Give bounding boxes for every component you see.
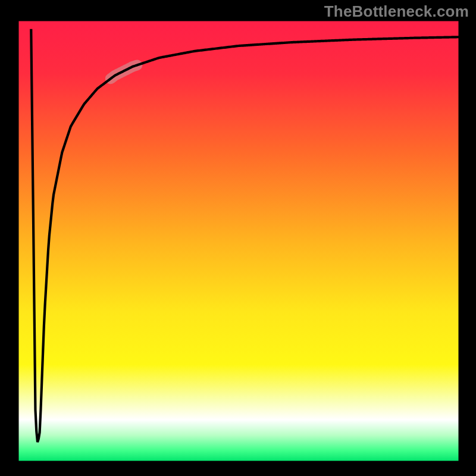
chart-frame: TheBottleneck.com xyxy=(0,0,476,476)
bottleneck-chart xyxy=(0,0,476,476)
plot-area xyxy=(18,20,459,462)
gradient-background xyxy=(18,20,459,462)
watermark-text: TheBottleneck.com xyxy=(324,2,469,21)
